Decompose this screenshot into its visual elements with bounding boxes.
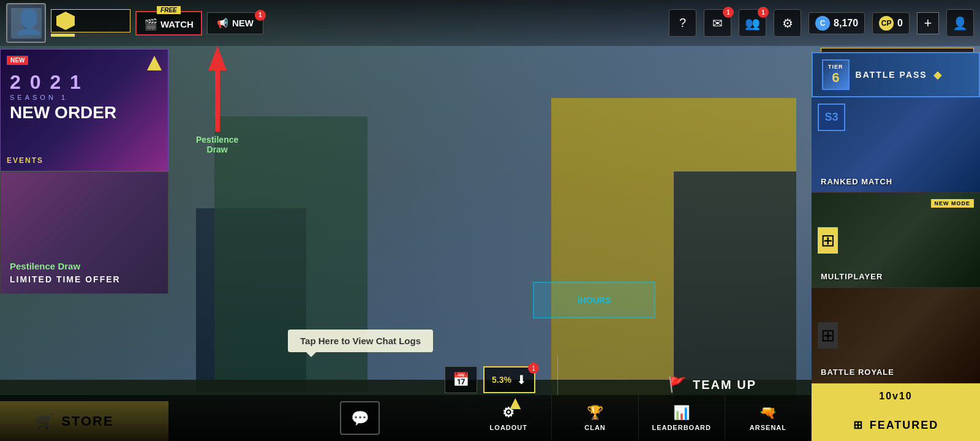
friends-icon: 👥	[745, 16, 760, 31]
player-avatar[interactable]: 🎖	[6, 3, 46, 43]
new-order-text: NEW ORDER	[10, 104, 159, 121]
loadout-warning-icon	[510, 398, 521, 409]
level-shield-icon	[56, 12, 75, 30]
level-display	[51, 9, 130, 32]
arsenal-icon: 🔫	[760, 405, 777, 421]
left-panel: NEW 2 0 2 1 SEASON 1 NEW ORDER EVENTS Pe…	[0, 49, 168, 294]
download-badge: 1	[528, 363, 539, 374]
new-label: NEW	[232, 18, 254, 28]
multiplayer-label: MULTIPLAYER	[821, 272, 971, 281]
battle-royale-label: BATTLE ROYALE	[821, 368, 971, 377]
chat-button[interactable]: 💬	[340, 401, 380, 435]
featured-label: FEATURED	[870, 419, 939, 432]
ranked-card-content: RANKED MATCH	[812, 97, 980, 192]
right-panel: TIER 6 BATTLE PASS ◆ S3 RANKED MATCH ⊞	[812, 0, 980, 441]
new-tag: NEW	[7, 56, 28, 65]
new-badge: 1	[255, 10, 266, 21]
friends-button[interactable]: 👥 1	[739, 9, 766, 37]
tenvten-label: 10v10	[879, 391, 913, 401]
mail-button[interactable]: ✉ 1	[704, 9, 731, 37]
download-button[interactable]: 5.3% ⬇ 1	[483, 366, 535, 393]
right-top-spacer	[812, 0, 980, 46]
events-banner[interactable]: NEW 2 0 2 1 SEASON 1 NEW ORDER EVENTS	[0, 49, 168, 172]
annotation-text: Pestilence Draw	[196, 135, 238, 154]
top-left-area: 🎖 FREE 🎬 WATCH	[6, 3, 263, 43]
xp-bar	[51, 34, 130, 37]
download-icon: ⬇	[516, 372, 527, 387]
battle-pass-button[interactable]: TIER 6 BATTLE PASS ◆	[812, 52, 980, 97]
ranked-label: RANKED MATCH	[821, 177, 971, 186]
season-text: SEASON 1	[10, 94, 159, 101]
limited-time-offer[interactable]: Pestilence Draw LIMITED TIME OFFER	[0, 172, 168, 294]
mail-icon: ✉	[712, 16, 723, 31]
vertical-separator	[557, 355, 558, 395]
clan-nav-item[interactable]: 🏆 CLAN	[552, 395, 638, 441]
settings-button[interactable]: ⚙	[774, 9, 801, 37]
calendar-icon: 📅	[453, 372, 469, 387]
ranked-match-card[interactable]: S3 RANKED MATCH	[812, 97, 980, 193]
xp-bar-container	[51, 9, 130, 37]
events-label: EVENTS	[7, 156, 43, 165]
multiplayer-card[interactable]: ⊞ NEW MODE MULTIPLAYER	[812, 193, 980, 288]
clan-label: CLAN	[584, 424, 606, 431]
limited-time-label: LIMITED TIME OFFER	[10, 274, 159, 284]
multiplayer-content: MULTIPLAYER	[812, 193, 980, 288]
chat-tooltip: Tap Here to View Chat Logs	[288, 330, 433, 352]
xp-fill	[51, 34, 75, 37]
warning-icon	[147, 56, 162, 70]
film-icon: 🎬	[144, 18, 157, 31]
chat-bubble-icon: 💬	[351, 410, 369, 427]
main-content: 🎖 FREE 🎬 WATCH	[0, 0, 980, 441]
leaderboard-nav-item[interactable]: 📊 LEADERBOARD	[639, 395, 725, 441]
loadout-nav-item[interactable]: ⚙ LOADOUT	[466, 395, 552, 441]
battle-royale-content: BATTLE ROYALE	[812, 288, 980, 383]
clan-icon: 🏆	[587, 405, 604, 421]
featured-icon: ⊞	[853, 418, 864, 432]
new-button[interactable]: 📢 NEW 1	[207, 12, 263, 34]
download-area: 📅 5.3% ⬇ 1	[445, 366, 535, 393]
battle-royale-card[interactable]: ⊞ BATTLE ROYALE	[812, 288, 980, 383]
diamond-icon: ◆	[933, 68, 942, 81]
tier-badge: TIER 6	[822, 59, 850, 90]
flag-icon: 🚩	[668, 376, 688, 393]
leaderboard-icon: 📊	[673, 405, 690, 421]
pestilence-text: Pestilence Draw	[10, 261, 159, 271]
arrow-up-icon	[208, 46, 227, 70]
friends-badge: 1	[758, 7, 769, 18]
team-up-label: TEAM UP	[693, 378, 756, 392]
arrow-shaft	[215, 70, 220, 132]
leaderboard-label: LEADERBOARD	[652, 424, 711, 431]
arsenal-label: ARSENAL	[750, 424, 786, 431]
calendar-button[interactable]: 📅	[445, 366, 477, 393]
team-up-button[interactable]: 🚩 TEAM UP	[668, 376, 756, 393]
gear-icon: ⚙	[782, 16, 793, 31]
arsenal-nav-item[interactable]: 🔫 ARSENAL	[725, 395, 812, 441]
tenvten-button[interactable]: 10v10	[812, 383, 980, 409]
mail-badge: 1	[723, 7, 734, 18]
help-button[interactable]: ?	[669, 9, 696, 37]
loadout-label: LOADOUT	[490, 424, 527, 431]
year-text: 2 0 2 1	[10, 71, 159, 94]
watch-label: 🎬 WATCH	[144, 18, 194, 31]
question-icon: ?	[679, 16, 686, 30]
arrow-annotation: Pestilence Draw	[196, 46, 238, 154]
megaphone-icon: 📢	[217, 18, 228, 29]
battle-pass-label: BATTLE PASS	[856, 70, 927, 80]
featured-button[interactable]: ⊞ FEATURED	[812, 409, 980, 441]
watch-button[interactable]: FREE 🎬 WATCH	[135, 11, 202, 36]
download-percent: 5.3%	[492, 375, 511, 385]
free-badge: FREE	[157, 6, 181, 14]
